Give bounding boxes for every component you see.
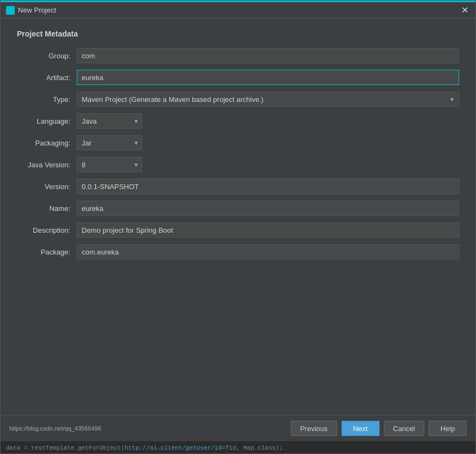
java-version-select[interactable]: 8 (77, 157, 142, 172)
java-version-row: Java Version: 8 ▼ (17, 157, 459, 172)
version-label: Version: (17, 183, 77, 191)
packaging-label: Packaging: (17, 139, 77, 147)
package-input[interactable] (77, 244, 459, 259)
next-button[interactable]: Next (341, 421, 380, 436)
description-row: Description: (17, 222, 459, 238)
language-row: Language: Java ▼ (17, 113, 459, 129)
name-label: Name: (17, 204, 77, 213)
description-input[interactable] (77, 222, 459, 238)
java-version-select-wrapper: 8 ▼ (77, 157, 142, 172)
cancel-button[interactable]: Cancel (384, 421, 424, 436)
watermark-text: https://blog.csdn.net/qq_43566496 (9, 425, 286, 432)
svg-text:N: N (9, 8, 12, 13)
packaging-select[interactable]: Jar (77, 135, 142, 150)
language-label: Language: (17, 117, 77, 125)
app-icon: N (6, 6, 15, 15)
package-row: Package: (17, 244, 459, 259)
package-label: Package: (17, 248, 77, 256)
title-bar-left: N New Project (6, 6, 56, 15)
close-button[interactable]: ✕ (459, 5, 470, 16)
code-text: data = restTemplate.getForObject( (6, 445, 125, 451)
group-input[interactable] (77, 48, 459, 63)
form-content: Project Metadata Group: Artifact: Type: … (1, 19, 475, 415)
group-row: Group: (17, 48, 459, 63)
dialog-title: New Project (18, 6, 56, 14)
artifact-row: Artifact: (17, 70, 459, 85)
help-button[interactable]: Help (429, 421, 467, 436)
type-row: Type: Maven Project (Generate a Maven ba… (17, 92, 459, 107)
group-label: Group: (17, 52, 77, 60)
artifact-input[interactable] (77, 70, 459, 85)
watermark-url: https://blog.csdn.net/qq_43566496 (9, 425, 101, 432)
name-input[interactable] (77, 201, 459, 216)
title-bar: N New Project ✕ (1, 2, 475, 19)
new-project-dialog: N New Project ✕ Project Metadata Group: … (0, 0, 476, 454)
version-row: Version: (17, 179, 459, 194)
type-select[interactable]: Maven Project (Generate a Maven based pr… (77, 92, 459, 107)
java-version-label: Java Version: (17, 161, 77, 169)
code-bar: data = restTemplate.getForObject( http:/… (1, 441, 475, 453)
previous-button[interactable]: Previous (291, 421, 337, 436)
code-url-link[interactable]: http://ai-client/getUser/id= (125, 445, 225, 451)
description-label: Description: (17, 226, 77, 234)
language-select[interactable]: Java (77, 113, 142, 129)
code-rest: fid, Map.class); (225, 445, 283, 451)
artifact-label: Artifact: (17, 74, 77, 82)
section-title: Project Metadata (17, 29, 459, 38)
type-select-wrapper: Maven Project (Generate a Maven based pr… (77, 92, 459, 107)
name-row: Name: (17, 201, 459, 216)
bottom-bar: https://blog.csdn.net/qq_43566496 Previo… (1, 415, 475, 441)
packaging-row: Packaging: Jar ▼ (17, 135, 459, 150)
type-label: Type: (17, 95, 77, 104)
version-input[interactable] (77, 179, 459, 194)
language-select-wrapper: Java ▼ (77, 113, 142, 129)
packaging-select-wrapper: Jar ▼ (77, 135, 142, 150)
